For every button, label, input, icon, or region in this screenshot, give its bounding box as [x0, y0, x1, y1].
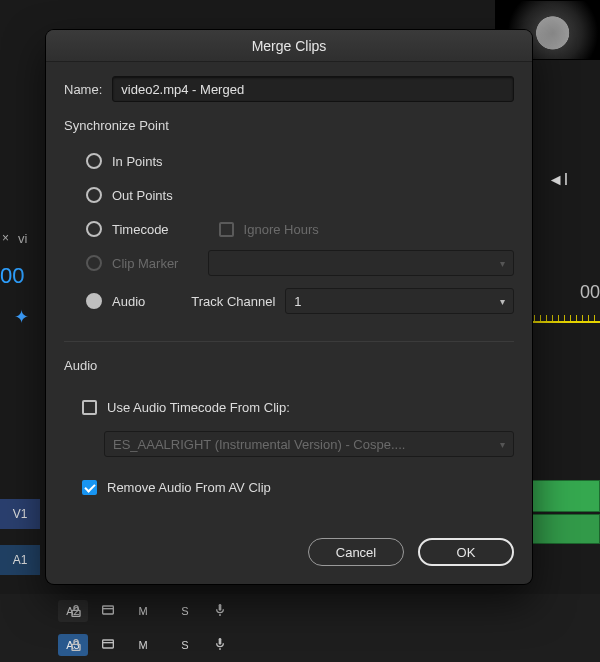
- use-audio-timecode-row[interactable]: Use Audio Timecode From Clip:: [64, 393, 514, 421]
- radio-label: Audio: [112, 294, 145, 309]
- lock-icon[interactable]: [64, 637, 88, 653]
- track-row-a3[interactable]: A3 M S: [0, 628, 600, 662]
- cancel-button[interactable]: Cancel: [308, 538, 404, 566]
- track-header-v1[interactable]: V1: [0, 499, 40, 529]
- solo-button[interactable]: S: [170, 634, 200, 656]
- divider: [64, 341, 514, 342]
- lock-icon[interactable]: [64, 603, 88, 619]
- mute-button[interactable]: M: [128, 600, 158, 622]
- timeline-zero-label: 00: [580, 282, 600, 303]
- radio-out-points[interactable]: Out Points: [64, 181, 514, 209]
- merge-clips-dialog: Merge Clips Name: video2.mp4 - Merged Sy…: [46, 30, 532, 584]
- audio-group-label: Audio: [64, 358, 514, 373]
- radio-icon: [86, 187, 102, 203]
- clip-marker-select: ▾: [208, 250, 514, 276]
- radio-clip-marker: Clip Marker ▾: [64, 249, 514, 277]
- mic-icon[interactable]: [212, 636, 228, 655]
- mute-button[interactable]: M: [128, 634, 158, 656]
- select-value: 1: [294, 294, 301, 309]
- chevron-down-icon: ▾: [500, 258, 505, 269]
- radio-label: Timecode: [112, 222, 169, 237]
- audio-clip[interactable]: [520, 480, 600, 512]
- transport-controls[interactable]: ◄I: [534, 166, 582, 194]
- track-output-icon[interactable]: [100, 602, 116, 621]
- mic-icon[interactable]: [212, 602, 228, 621]
- remove-audio-checkbox[interactable]: [82, 480, 97, 495]
- chevron-down-icon: ▾: [500, 296, 505, 307]
- dialog-footer: Cancel OK: [46, 538, 532, 584]
- select-value: ES_AAALRIGHT (Instrumental Version) - Co…: [113, 437, 405, 452]
- svg-rect-2: [219, 604, 222, 611]
- radio-label: Clip Marker: [112, 256, 178, 271]
- svg-rect-4: [103, 640, 114, 648]
- step-back-icon[interactable]: ◄I: [548, 171, 568, 189]
- close-sequence-icon[interactable]: ×: [2, 231, 9, 245]
- svg-rect-5: [219, 638, 222, 645]
- radio-in-points[interactable]: In Points: [64, 147, 514, 175]
- svg-rect-3: [72, 644, 80, 650]
- playhead-time[interactable]: 00: [0, 263, 24, 289]
- chevron-down-icon: ▾: [500, 439, 505, 450]
- track-output-icon[interactable]: [100, 636, 116, 655]
- snap-icon[interactable]: ✦: [14, 306, 29, 328]
- track-row-a2[interactable]: A2 M S: [0, 594, 600, 628]
- track-channel-select[interactable]: 1 ▾: [285, 288, 514, 314]
- audio-clip[interactable]: [520, 514, 600, 544]
- svg-rect-0: [72, 610, 80, 616]
- ok-button[interactable]: OK: [418, 538, 514, 566]
- button-label: Cancel: [336, 545, 376, 560]
- radio-timecode[interactable]: Timecode Ignore Hours: [64, 215, 514, 243]
- radio-icon: [86, 153, 102, 169]
- button-label: OK: [457, 545, 476, 560]
- svg-rect-1: [103, 606, 114, 614]
- name-input[interactable]: video2.mp4 - Merged: [112, 76, 514, 102]
- remove-audio-label: Remove Audio From AV Clip: [107, 480, 271, 495]
- sequence-name[interactable]: vi: [18, 231, 27, 246]
- ignore-hours-checkbox: [219, 222, 234, 237]
- remove-audio-row[interactable]: Remove Audio From AV Clip: [64, 473, 514, 501]
- radio-icon-selected: [86, 293, 102, 309]
- solo-button[interactable]: S: [170, 600, 200, 622]
- ignore-hours-label: Ignore Hours: [244, 222, 319, 237]
- radio-icon: [86, 255, 102, 271]
- audio-clip-select-row: ES_AAALRIGHT (Instrumental Version) - Co…: [64, 431, 514, 457]
- dialog-title-text: Merge Clips: [252, 38, 327, 54]
- audio-clip-select: ES_AAALRIGHT (Instrumental Version) - Co…: [104, 431, 514, 457]
- timeline-ruler[interactable]: [528, 315, 600, 323]
- use-audio-timecode-checkbox[interactable]: [82, 400, 97, 415]
- dialog-title: Merge Clips: [46, 30, 532, 62]
- radio-label: Out Points: [112, 188, 173, 203]
- radio-icon: [86, 221, 102, 237]
- use-audio-timecode-label: Use Audio Timecode From Clip:: [107, 400, 290, 415]
- name-input-value: video2.mp4 - Merged: [121, 82, 244, 97]
- name-row: Name: video2.mp4 - Merged: [64, 76, 514, 102]
- name-label: Name:: [64, 82, 102, 97]
- track-channel-label: Track Channel: [191, 294, 275, 309]
- radio-label: In Points: [112, 154, 163, 169]
- track-header-a1[interactable]: A1: [0, 545, 40, 575]
- radio-audio[interactable]: Audio Track Channel 1 ▾: [64, 287, 514, 315]
- sync-group-label: Synchronize Point: [64, 118, 514, 133]
